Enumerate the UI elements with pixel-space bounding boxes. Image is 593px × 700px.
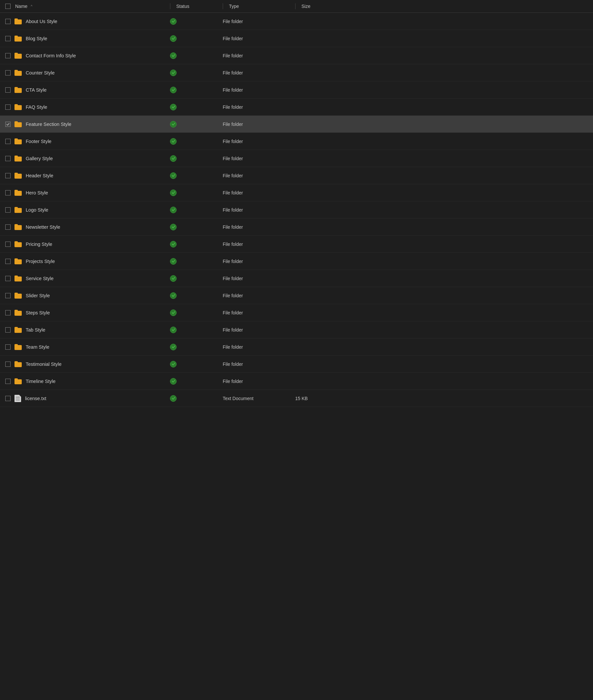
status-cell — [170, 155, 223, 162]
table-row[interactable]: Tab StyleFile folder — [0, 321, 593, 339]
table-row[interactable]: Gallery StyleFile folder — [0, 150, 593, 167]
table-row[interactable]: Steps StyleFile folder — [0, 304, 593, 321]
status-cell — [170, 35, 223, 42]
table-row[interactable]: Contact Form Info StyleFile folder — [0, 47, 593, 64]
table-row[interactable]: Feature Section StyleFile folder — [0, 116, 593, 133]
status-cell — [170, 361, 223, 367]
row-checkbox[interactable] — [5, 276, 10, 281]
status-cell — [170, 138, 223, 145]
item-name: Pricing Style — [26, 242, 52, 247]
status-synced-icon — [170, 207, 176, 213]
table-row[interactable]: Pricing StyleFile folder — [0, 236, 593, 253]
folder-icon — [14, 344, 22, 350]
folder-icon — [14, 207, 22, 213]
folder-icon — [14, 327, 22, 333]
status-cell — [170, 241, 223, 247]
row-checkbox[interactable] — [5, 225, 10, 230]
item-name: Blog Style — [26, 36, 47, 41]
name-cell: Logo Style — [5, 207, 170, 213]
table-row[interactable]: Team StyleFile folder — [0, 339, 593, 356]
name-cell: Header Style — [5, 173, 170, 179]
name-cell: Hero Style — [5, 190, 170, 196]
row-checkbox[interactable] — [5, 310, 10, 315]
table-row[interactable]: Logo StyleFile folder — [0, 201, 593, 219]
status-cell — [170, 87, 223, 93]
folder-icon — [14, 361, 22, 367]
row-checkbox[interactable] — [5, 379, 10, 384]
table-row[interactable]: About Us StyleFile folder — [0, 13, 593, 30]
row-checkbox[interactable] — [5, 344, 10, 350]
table-row[interactable]: Footer StyleFile folder — [0, 133, 593, 150]
table-header: Name ^ Status Type Size — [0, 0, 593, 13]
row-checkbox[interactable] — [5, 361, 10, 367]
type-cell: File folder — [223, 361, 295, 367]
item-name: Slider Style — [26, 293, 50, 298]
type-cell: File folder — [223, 276, 295, 281]
divider — [170, 3, 170, 9]
item-name: Feature Section Style — [26, 122, 72, 127]
status-cell — [170, 121, 223, 127]
status-synced-icon — [170, 378, 176, 385]
table-row[interactable]: Newsletter StyleFile folder — [0, 219, 593, 236]
type-cell: File folder — [223, 207, 295, 212]
name-cell: Steps Style — [5, 310, 170, 316]
table-row[interactable]: Timeline StyleFile folder — [0, 373, 593, 390]
row-checkbox[interactable] — [5, 259, 10, 264]
item-name: Logo Style — [26, 207, 48, 212]
row-checkbox[interactable] — [5, 156, 10, 161]
table-row[interactable]: Header StyleFile folder — [0, 167, 593, 184]
row-checkbox[interactable] — [5, 293, 10, 298]
table-row[interactable]: FAQ StyleFile folder — [0, 99, 593, 116]
row-checkbox[interactable] — [5, 19, 10, 24]
table-row[interactable]: license.txtText Document15 KB — [0, 390, 593, 407]
status-synced-icon — [170, 155, 176, 162]
size-cell: 15 KB — [295, 396, 335, 401]
type-cell: File folder — [223, 173, 295, 178]
type-cell: File folder — [223, 19, 295, 24]
table-row[interactable]: Testimonial StyleFile folder — [0, 356, 593, 373]
row-checkbox[interactable] — [5, 242, 10, 247]
file-icon — [14, 395, 21, 402]
row-checkbox[interactable] — [5, 207, 10, 212]
row-checkbox[interactable] — [5, 139, 10, 144]
row-checkbox[interactable] — [5, 36, 10, 41]
status-cell — [170, 190, 223, 196]
row-checkbox[interactable] — [5, 173, 10, 178]
type-cell: File folder — [223, 122, 295, 127]
table-row[interactable]: Projects StyleFile folder — [0, 253, 593, 270]
folder-icon — [14, 104, 22, 110]
row-checkbox[interactable] — [5, 70, 10, 75]
table-row[interactable]: Blog StyleFile folder — [0, 30, 593, 47]
status-cell — [170, 309, 223, 316]
type-column-label: Type — [229, 4, 239, 9]
table-row[interactable]: Slider StyleFile folder — [0, 287, 593, 304]
status-synced-icon — [170, 395, 176, 402]
row-checkbox[interactable] — [5, 87, 10, 92]
select-all-checkbox[interactable] — [5, 4, 10, 9]
status-cell — [170, 172, 223, 179]
status-synced-icon — [170, 224, 176, 230]
size-column-header: Size — [295, 3, 335, 9]
item-name: Tab Style — [26, 327, 45, 333]
row-checkbox[interactable] — [5, 190, 10, 195]
table-row[interactable]: Hero StyleFile folder — [0, 184, 593, 201]
table-row[interactable]: CTA StyleFile folder — [0, 81, 593, 99]
item-name: Hero Style — [26, 190, 48, 195]
type-cell: File folder — [223, 53, 295, 59]
item-name: Service Style — [26, 276, 54, 281]
status-synced-icon — [170, 344, 176, 350]
row-checkbox[interactable] — [5, 327, 10, 333]
table-row[interactable]: Service StyleFile folder — [0, 270, 593, 287]
status-synced-icon — [170, 326, 176, 333]
type-cell: File folder — [223, 87, 295, 92]
row-checkbox[interactable] — [5, 105, 10, 110]
type-cell: File folder — [223, 379, 295, 384]
row-checkbox[interactable] — [5, 122, 10, 127]
table-row[interactable]: Counter StyleFile folder — [0, 64, 593, 81]
name-cell: Tab Style — [5, 327, 170, 333]
name-cell: CTA Style — [5, 87, 170, 93]
row-checkbox[interactable] — [5, 396, 10, 401]
status-synced-icon — [170, 292, 176, 299]
status-column-label: Status — [176, 4, 190, 9]
row-checkbox[interactable] — [5, 53, 10, 59]
